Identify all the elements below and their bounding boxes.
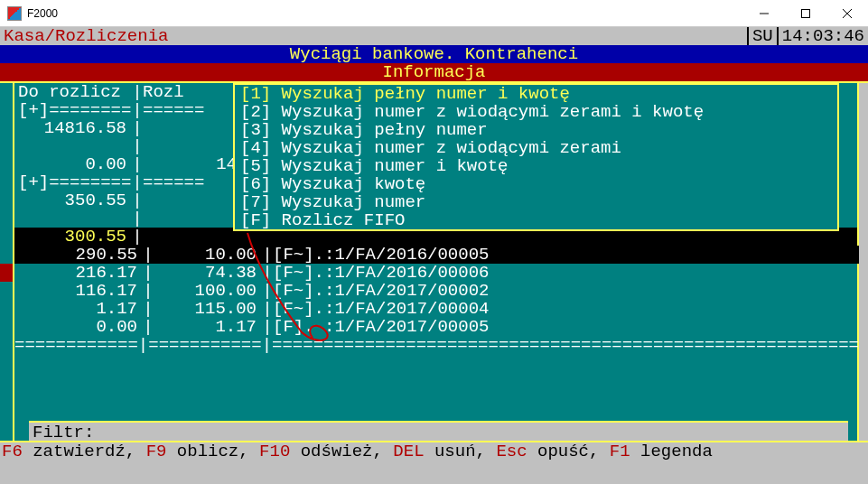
screen-subtitle: Informacja xyxy=(0,63,868,81)
terminal-area: Kasa/Rozliczenia SU 14:03:46 Wyciągi ban… xyxy=(0,27,868,484)
filter-label: Filtr: xyxy=(33,423,94,442)
marker-icon xyxy=(0,264,13,282)
popup-option[interactable]: [5] Wyszukaj numer i kwotę xyxy=(235,157,837,175)
col-rozl: Rozl xyxy=(143,83,242,101)
separator-line: ============|===========|===============… xyxy=(14,336,859,354)
popup-option[interactable]: [6] Wyszukaj kwotę xyxy=(235,175,837,193)
detail-row[interactable]: 116.17|100.00| [F~].:1/FA/2017/00002 xyxy=(14,282,859,300)
detail-table: 290.55|10.00| [F~].:1/FA/2016/00005216.1… xyxy=(14,246,859,354)
detail-row[interactable]: 0.00|1.17| [F]. :1/FA/2017/00005 xyxy=(14,318,859,336)
search-options-popup: [1] Wyszukaj pełny numer i kwotę[2] Wysz… xyxy=(233,83,839,231)
filter-row[interactable]: Filtr: xyxy=(29,421,848,441)
hotkey: DEL xyxy=(393,442,424,461)
hotkey: Esc xyxy=(496,442,527,461)
close-button[interactable] xyxy=(826,0,868,27)
app-icon xyxy=(7,6,22,21)
detail-row[interactable]: 1.17|115.00| [F~].:1/FA/2017/00004 xyxy=(14,300,859,318)
screen-title: Wyciągi bankowe. Kontrahenci xyxy=(0,45,868,63)
footer-hints: F6 zatwierdź, F9 oblicz, F10 odśwież, DE… xyxy=(0,442,868,461)
minimize-button[interactable] xyxy=(743,0,785,27)
scrollbar-thumb[interactable] xyxy=(859,246,868,258)
window-titlebar: F2000 xyxy=(0,0,868,27)
popup-option[interactable]: [4] Wyszukaj numer z wiodącymi zerami xyxy=(235,139,837,157)
hotkey: F9 xyxy=(146,442,167,461)
popup-option[interactable]: [1] Wyszukaj pełny numer i kwotę xyxy=(235,85,837,103)
mode-indicator: SU xyxy=(747,27,779,45)
maximize-button[interactable] xyxy=(785,0,826,27)
scrollbar[interactable] xyxy=(859,137,868,417)
svg-rect-0 xyxy=(802,9,810,17)
popup-option[interactable]: [7] Wyszukaj numer xyxy=(235,193,837,211)
hotkey: F6 xyxy=(2,442,23,461)
clock: 14:03:46 xyxy=(779,27,868,45)
window-title: F2000 xyxy=(27,7,743,20)
popup-option[interactable]: [3] Wyszukaj pełny numer xyxy=(235,121,837,139)
hotkey: F1 xyxy=(610,442,630,461)
detail-row[interactable]: 216.17|74.38| [F~].:1/FA/2016/00006 xyxy=(14,264,859,282)
module-name: Kasa/Rozliczenia xyxy=(0,27,747,45)
status-bar: Kasa/Rozliczenia SU 14:03:46 xyxy=(0,27,868,45)
workspace: Do rozlicz | Rozl | [+]========|======14… xyxy=(0,81,868,442)
hotkey: F10 xyxy=(259,442,290,461)
popup-option[interactable]: [2] Wyszukaj numer z wiodącymi zerami i … xyxy=(235,103,837,121)
detail-row[interactable]: 290.55|10.00| [F~].:1/FA/2016/00005 xyxy=(14,246,859,264)
popup-option[interactable]: [F] Rozlicz FIFO xyxy=(235,211,837,229)
col-do-rozlicz: Do rozlicz xyxy=(14,83,132,101)
